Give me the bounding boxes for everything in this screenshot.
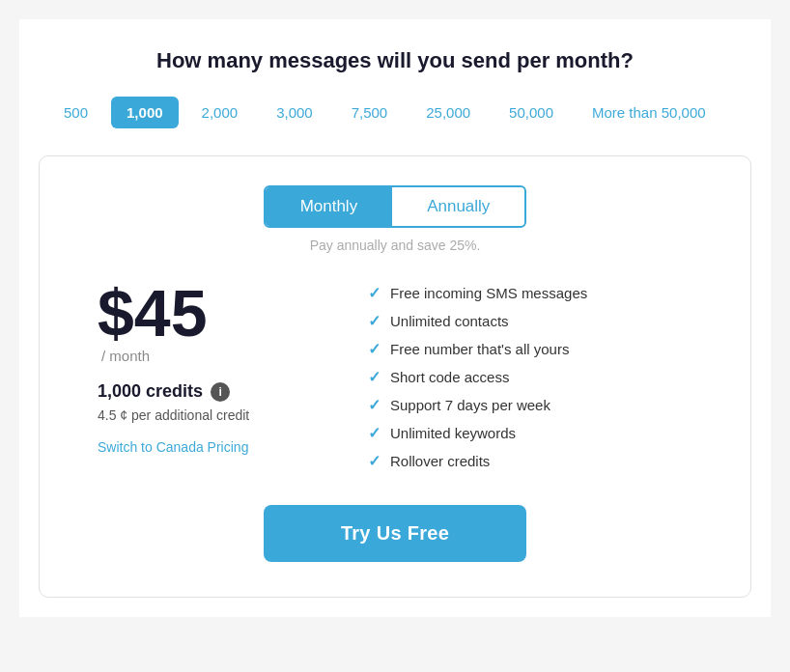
check-icon: ✓	[368, 452, 381, 470]
monthly-toggle[interactable]: Monthly	[266, 187, 393, 226]
pricing-body: $45 / month 1,000 credits i 4.5 ¢ per ad…	[78, 280, 712, 470]
check-icon: ✓	[368, 424, 381, 442]
price-amount: $45	[98, 280, 329, 346]
check-icon: ✓	[368, 312, 381, 330]
feature-list: ✓Free incoming SMS messages✓Unlimited co…	[368, 284, 712, 470]
msg-option-500[interactable]: 500	[48, 97, 103, 128]
message-options: 5001,0002,0003,0007,50025,00050,000More …	[39, 97, 751, 128]
check-icon: ✓	[368, 396, 381, 414]
check-icon: ✓	[368, 284, 381, 302]
feature-text: Rollover credits	[390, 453, 490, 469]
feature-text: Short code access	[390, 369, 509, 385]
check-icon: ✓	[368, 340, 381, 358]
check-icon: ✓	[368, 368, 381, 386]
feature-item: ✓Short code access	[368, 368, 712, 386]
feature-text: Free number that's all yours	[390, 341, 569, 357]
msg-option-3000[interactable]: 3,000	[261, 97, 328, 128]
msg-option-50000+[interactable]: More than 50,000	[577, 97, 721, 128]
credits-value: 1,000 credits	[98, 381, 203, 402]
save-text: Pay annually and save 25%.	[78, 238, 712, 253]
toggle-wrapper: Monthly Annually	[264, 185, 527, 228]
feature-text: Unlimited keywords	[390, 425, 516, 441]
msg-option-25000[interactable]: 25,000	[410, 97, 486, 128]
credits-line: 1,000 credits i	[98, 381, 329, 402]
per-month: / month	[101, 348, 329, 364]
pricing-card: Monthly Annually Pay annually and save 2…	[39, 155, 751, 598]
page-container: How many messages will you send per mont…	[19, 19, 771, 617]
additional-credit: 4.5 ¢ per additional credit	[98, 407, 329, 423]
try-btn-wrapper: Try Us Free	[78, 505, 712, 562]
feature-text: Unlimited contacts	[390, 313, 509, 329]
pricing-left: $45 / month 1,000 credits i 4.5 ¢ per ad…	[78, 280, 329, 456]
msg-option-7500[interactable]: 7,500	[336, 97, 404, 128]
billing-toggle: Monthly Annually	[78, 185, 712, 228]
msg-option-50000[interactable]: 50,000	[494, 97, 569, 128]
annually-toggle[interactable]: Annually	[392, 187, 524, 226]
feature-item: ✓Free number that's all yours	[368, 340, 712, 358]
try-us-free-button[interactable]: Try Us Free	[264, 505, 526, 562]
info-icon[interactable]: i	[211, 382, 230, 402]
feature-item: ✓Unlimited contacts	[368, 312, 712, 330]
msg-option-1000[interactable]: 1,000	[111, 97, 179, 128]
feature-text: Support 7 days per week	[390, 397, 550, 413]
msg-option-2000[interactable]: 2,000	[186, 97, 254, 128]
canada-pricing-link[interactable]: Switch to Canada Pricing	[98, 439, 248, 455]
feature-item: ✓Unlimited keywords	[368, 424, 712, 442]
feature-item: ✓Support 7 days per week	[368, 396, 712, 414]
main-question: How many messages will you send per mont…	[39, 48, 751, 73]
feature-item: ✓Free incoming SMS messages	[368, 284, 712, 302]
feature-item: ✓Rollover credits	[368, 452, 712, 470]
pricing-right: ✓Free incoming SMS messages✓Unlimited co…	[368, 280, 712, 470]
feature-text: Free incoming SMS messages	[390, 285, 587, 301]
